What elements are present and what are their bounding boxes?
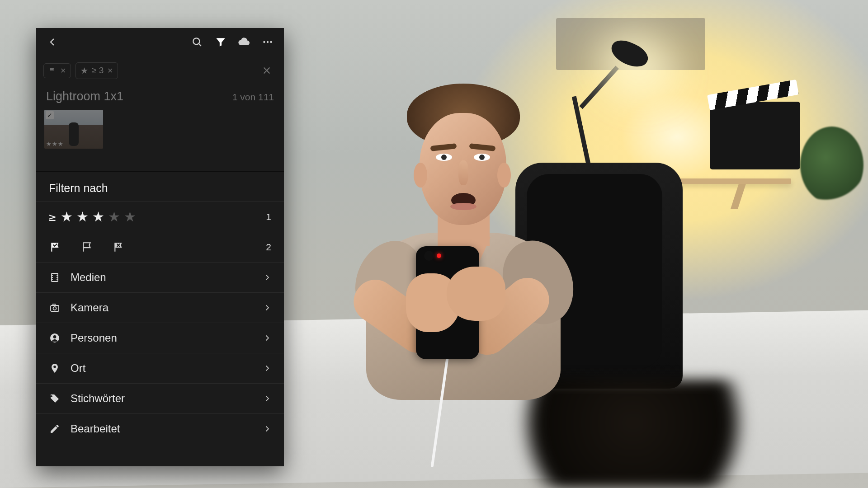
svg-point-4 xyxy=(270,41,272,43)
filter-option-location[interactable]: Ort xyxy=(36,353,284,383)
cloud-icon xyxy=(238,36,250,48)
chevron-right-icon xyxy=(263,273,271,282)
chip-star-label: ≥ 3 xyxy=(92,66,104,75)
camera-icon xyxy=(49,302,61,314)
search-icon xyxy=(191,36,203,48)
album-count: 1 von 111 xyxy=(232,92,274,103)
close-chips-button[interactable] xyxy=(257,61,277,80)
star-icon[interactable]: ★ xyxy=(108,209,120,225)
svg-point-3 xyxy=(267,41,269,43)
flag-picked-icon xyxy=(50,241,61,253)
filter-option-media[interactable]: Medien xyxy=(36,262,284,292)
more-horizontal-icon xyxy=(262,36,274,48)
svg-point-18 xyxy=(53,335,57,338)
chip-remove-icon[interactable]: ✕ xyxy=(107,66,113,75)
flag-picked-button[interactable] xyxy=(49,240,62,254)
filter-sheet-title: Filtern nach xyxy=(36,171,284,201)
pencil-icon xyxy=(49,423,61,435)
thumb-rating: ★★★ xyxy=(46,141,64,147)
album-title: Lightroom 1x1 xyxy=(46,89,123,103)
chevron-right-icon xyxy=(263,334,271,342)
flag-filter-count: 2 xyxy=(266,242,271,253)
svg-point-2 xyxy=(263,41,265,43)
star-icon[interactable]: ★ xyxy=(76,209,89,225)
more-button[interactable] xyxy=(258,32,278,52)
filter-option-keywords[interactable]: Stichwörter xyxy=(36,383,284,413)
option-label: Stichwörter xyxy=(71,392,125,405)
svg-point-15 xyxy=(53,307,57,310)
chevron-left-icon xyxy=(47,37,58,47)
pick-flag-badge: ✓ xyxy=(46,111,54,119)
location-icon xyxy=(49,362,61,374)
svg-line-1 xyxy=(198,43,201,46)
option-label: Kamera xyxy=(71,301,108,314)
album-header: Lightroom 1x1 1 von 111 xyxy=(36,85,284,106)
filter-button[interactable] xyxy=(211,32,231,52)
flag-rejected-button[interactable] xyxy=(112,240,126,254)
filter-option-edited[interactable]: Bearbeitet xyxy=(36,413,284,444)
filter-option-people[interactable]: Personen xyxy=(36,323,284,353)
star-icon[interactable]: ★ xyxy=(124,209,136,225)
flag-icon xyxy=(48,66,57,75)
thumbnail-grid: ✓ ★★★ xyxy=(36,106,284,171)
close-icon xyxy=(262,66,272,75)
media-icon xyxy=(49,272,61,283)
svg-point-0 xyxy=(193,38,199,44)
filter-row-rating[interactable]: ≥ ★ ★ ★ ★ ★ 1 xyxy=(36,201,284,232)
people-icon xyxy=(49,332,61,344)
person xyxy=(326,75,601,391)
filter-row-flags[interactable]: 2 xyxy=(36,232,284,262)
rating-filter-count: 1 xyxy=(266,211,271,222)
cloud-button[interactable] xyxy=(234,32,254,52)
chevron-right-icon xyxy=(263,304,271,312)
option-label: Ort xyxy=(71,362,85,375)
svg-rect-14 xyxy=(51,305,59,311)
star-icon: ★ xyxy=(80,66,88,76)
svg-rect-16 xyxy=(53,304,55,305)
flag-rejected-icon xyxy=(113,241,125,253)
option-label: Bearbeitet xyxy=(71,422,120,435)
star-icon[interactable]: ★ xyxy=(61,209,73,225)
chip-remove-icon[interactable]: ✕ xyxy=(60,66,66,75)
option-label: Medien xyxy=(71,271,106,284)
active-filter-chips: ✕ ★ ≥ 3 ✕ xyxy=(36,56,284,85)
option-label: Personen xyxy=(71,332,117,344)
toolbar xyxy=(36,28,284,56)
flag-unflagged-button[interactable] xyxy=(80,240,94,254)
lightroom-filter-panel: ✕ ★ ≥ 3 ✕ Lightroom 1x1 1 von 111 ✓ ★★★ … xyxy=(36,28,284,466)
search-button[interactable] xyxy=(187,32,207,52)
geq-icon: ≥ xyxy=(49,210,56,224)
chevron-right-icon xyxy=(263,394,271,403)
chevron-right-icon xyxy=(263,364,271,372)
photo-thumbnail[interactable]: ✓ ★★★ xyxy=(44,110,103,149)
filter-chip-flag[interactable]: ✕ xyxy=(43,63,71,78)
chevron-right-icon xyxy=(263,425,271,433)
filter-chip-stars[interactable]: ★ ≥ 3 ✕ xyxy=(75,62,118,79)
tag-icon xyxy=(49,393,61,404)
star-icon[interactable]: ★ xyxy=(92,209,104,225)
flag-outline-icon xyxy=(81,241,93,253)
filter-option-camera[interactable]: Kamera xyxy=(36,292,284,323)
funnel-icon xyxy=(215,36,226,48)
back-button[interactable] xyxy=(42,32,62,52)
